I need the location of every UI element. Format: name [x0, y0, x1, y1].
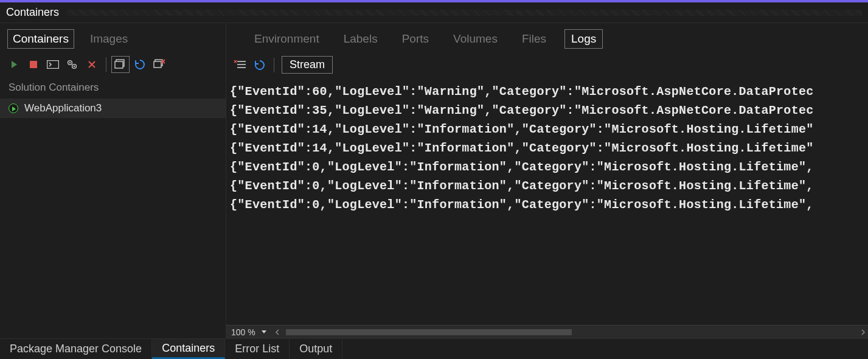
window-icon[interactable] [111, 56, 130, 73]
detail-toolbar-separator [274, 58, 274, 72]
grip-texture [66, 10, 862, 16]
zoom-level[interactable]: 100 % [226, 327, 259, 337]
bottom-tab-pmc[interactable]: Package Manager Console [0, 339, 152, 359]
bottom-tab-strip: Package Manager Console Containers Error… [0, 338, 868, 359]
tab-logs[interactable]: Logs [564, 29, 603, 49]
container-item[interactable]: WebApplication3 [0, 99, 226, 118]
scroll-right-icon[interactable] [858, 328, 868, 336]
left-toolbar [0, 52, 226, 78]
horizontal-scrollbar[interactable] [273, 328, 868, 336]
svg-point-3 [69, 62, 71, 63]
scroll-left-icon[interactable] [273, 328, 282, 336]
left-pane: Containers Images [0, 23, 226, 338]
tab-images[interactable]: Images [85, 30, 133, 48]
tab-labels[interactable]: Labels [338, 30, 384, 48]
refresh-logs-icon[interactable] [251, 57, 269, 74]
detail-toolbar: Stream [226, 52, 868, 78]
left-top-tabs: Containers Images [0, 23, 226, 52]
svg-rect-0 [30, 61, 37, 68]
prune-icon[interactable] [150, 56, 168, 73]
log-status-row: 100 % [226, 325, 868, 338]
scrollbar-thumb[interactable] [286, 329, 572, 335]
toolbar-separator [106, 57, 106, 72]
tab-files[interactable]: Files [516, 30, 552, 48]
section-label: Solution Containers [0, 78, 226, 99]
panel-header: Containers [0, 2, 868, 23]
log-viewer[interactable]: {"EventId":60,"LogLevel":"Warning","Cate… [226, 78, 868, 325]
bottom-tab-errorlist[interactable]: Error List [225, 339, 290, 359]
bottom-tab-output[interactable]: Output [290, 339, 342, 359]
refresh-icon[interactable] [131, 56, 149, 73]
running-status-icon [9, 103, 18, 113]
tab-ports[interactable]: Ports [396, 30, 435, 48]
wrap-icon[interactable] [231, 57, 249, 74]
container-tree: WebApplication3 [0, 99, 226, 338]
bottom-tab-containers[interactable]: Containers [152, 339, 225, 359]
svg-rect-1 [47, 61, 59, 69]
detail-tabs: Environment Labels Ports Volumes Files L… [226, 23, 868, 52]
play-icon[interactable] [5, 56, 23, 73]
stream-button[interactable]: Stream [282, 56, 333, 74]
delete-icon[interactable] [83, 56, 101, 73]
tab-environment[interactable]: Environment [248, 30, 325, 48]
stop-icon[interactable] [24, 56, 43, 73]
svg-point-5 [74, 66, 75, 67]
tab-containers[interactable]: Containers [7, 29, 74, 49]
terminal-icon[interactable] [44, 56, 62, 73]
svg-rect-7 [115, 61, 123, 68]
zoom-dropdown-caret-icon[interactable] [262, 330, 266, 333]
right-pane: Environment Labels Ports Volumes Files L… [226, 23, 868, 338]
container-item-label: WebApplication3 [24, 102, 102, 114]
gear-icon[interactable] [63, 56, 82, 73]
main-area: Containers Images [0, 23, 868, 338]
tab-volumes[interactable]: Volumes [447, 30, 504, 48]
panel-title: Containers [6, 6, 59, 19]
svg-rect-9 [154, 61, 161, 68]
